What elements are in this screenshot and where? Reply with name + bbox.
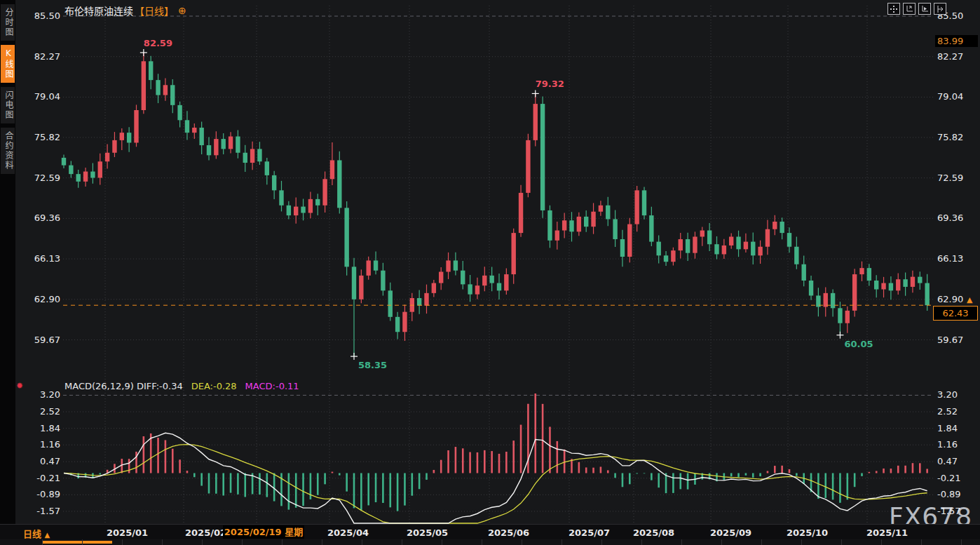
candle[interactable] xyxy=(170,85,175,105)
candle[interactable] xyxy=(627,224,632,257)
sidebar-item-1[interactable]: K线图 xyxy=(1,45,15,83)
candle[interactable] xyxy=(468,284,472,294)
candle[interactable] xyxy=(859,268,864,274)
period-selector[interactable]: 日线 ▲ xyxy=(23,527,50,540)
add-indicator-icon[interactable]: ⊕ xyxy=(178,5,186,16)
candle[interactable] xyxy=(620,239,625,257)
candle[interactable] xyxy=(134,110,138,142)
candle[interactable] xyxy=(359,276,363,300)
candle[interactable] xyxy=(90,172,95,178)
pan-icon[interactable] xyxy=(887,3,900,15)
candle[interactable] xyxy=(714,244,719,254)
candle[interactable] xyxy=(381,271,385,291)
candle[interactable] xyxy=(555,231,559,241)
candle[interactable] xyxy=(707,231,712,245)
candle[interactable] xyxy=(867,268,871,281)
candle[interactable] xyxy=(562,220,566,230)
candle[interactable] xyxy=(765,229,770,247)
candle[interactable] xyxy=(918,277,922,283)
candle[interactable] xyxy=(512,233,516,274)
candle[interactable] xyxy=(838,308,842,323)
candle[interactable] xyxy=(679,239,683,250)
candle[interactable] xyxy=(751,242,755,256)
candle[interactable] xyxy=(417,298,421,306)
candle[interactable] xyxy=(569,220,573,231)
candle[interactable] xyxy=(301,207,305,213)
candle[interactable] xyxy=(591,212,595,227)
candle[interactable] xyxy=(758,247,762,256)
candle[interactable] xyxy=(199,128,203,145)
candle[interactable] xyxy=(322,179,327,206)
candle[interactable] xyxy=(257,149,261,161)
candle[interactable] xyxy=(547,210,552,241)
candle[interactable] xyxy=(577,217,581,231)
sidebar-item-2[interactable]: 闪电图 xyxy=(1,87,15,123)
candle[interactable] xyxy=(519,193,523,233)
candle[interactable] xyxy=(402,312,407,332)
y-axis-scale-icon[interactable] xyxy=(903,3,916,15)
candle[interactable] xyxy=(120,133,124,140)
candle[interactable] xyxy=(432,283,436,293)
chart-canvas[interactable] xyxy=(0,0,980,545)
exit-pane-icon[interactable] xyxy=(934,3,946,15)
candle[interactable] xyxy=(69,166,73,175)
candle[interactable] xyxy=(287,206,291,215)
candle[interactable] xyxy=(700,231,705,237)
sidebar-item-0[interactable]: 分时图 xyxy=(1,4,15,41)
candle[interactable] xyxy=(794,247,798,264)
candle[interactable] xyxy=(802,264,806,281)
candle[interactable] xyxy=(229,137,233,149)
sidebar-item-3[interactable]: 合约资料 xyxy=(1,128,15,174)
candle[interactable] xyxy=(671,250,675,262)
candle[interactable] xyxy=(693,236,697,253)
candle[interactable] xyxy=(881,283,885,290)
candle[interactable] xyxy=(156,80,160,95)
candle[interactable] xyxy=(722,245,726,255)
candle[interactable] xyxy=(344,208,348,267)
candle[interactable] xyxy=(250,149,254,163)
candle[interactable] xyxy=(315,199,320,206)
candle[interactable] xyxy=(526,140,530,193)
candle[interactable] xyxy=(265,161,269,175)
candle[interactable] xyxy=(649,215,653,242)
candle[interactable] xyxy=(584,217,588,227)
candle[interactable] xyxy=(388,290,393,317)
x-axis-auto-icon[interactable] xyxy=(918,3,931,15)
candle[interactable] xyxy=(367,260,371,275)
candle[interactable] xyxy=(294,207,298,216)
candle[interactable] xyxy=(729,236,733,245)
candle[interactable] xyxy=(112,140,116,153)
candle[interactable] xyxy=(192,128,196,133)
candle[interactable] xyxy=(889,283,893,291)
candle[interactable] xyxy=(352,267,356,299)
candle[interactable] xyxy=(824,293,828,307)
candle[interactable] xyxy=(149,61,153,80)
candle[interactable] xyxy=(424,293,428,306)
candle[interactable] xyxy=(446,260,450,271)
candle[interactable] xyxy=(62,158,66,166)
candle[interactable] xyxy=(214,139,218,155)
candle[interactable] xyxy=(127,133,131,142)
candle[interactable] xyxy=(308,199,313,213)
candle[interactable] xyxy=(279,190,283,205)
candle[interactable] xyxy=(736,236,740,249)
candle[interactable] xyxy=(395,317,400,332)
candle[interactable] xyxy=(475,285,479,295)
candle[interactable] xyxy=(845,311,850,323)
candle[interactable] xyxy=(222,139,226,149)
candle[interactable] xyxy=(911,277,915,287)
candle[interactable] xyxy=(489,276,494,283)
candle[interactable] xyxy=(606,206,610,220)
candle[interactable] xyxy=(330,160,334,179)
candle[interactable] xyxy=(76,174,81,182)
candle[interactable] xyxy=(185,120,189,133)
candle[interactable] xyxy=(207,145,211,155)
candle[interactable] xyxy=(482,276,486,285)
candle[interactable] xyxy=(896,279,900,290)
candle[interactable] xyxy=(497,283,501,291)
candle[interactable] xyxy=(243,153,247,163)
candle[interactable] xyxy=(642,190,646,215)
candle[interactable] xyxy=(787,233,791,247)
candle[interactable] xyxy=(780,222,784,233)
candle[interactable] xyxy=(744,242,748,250)
